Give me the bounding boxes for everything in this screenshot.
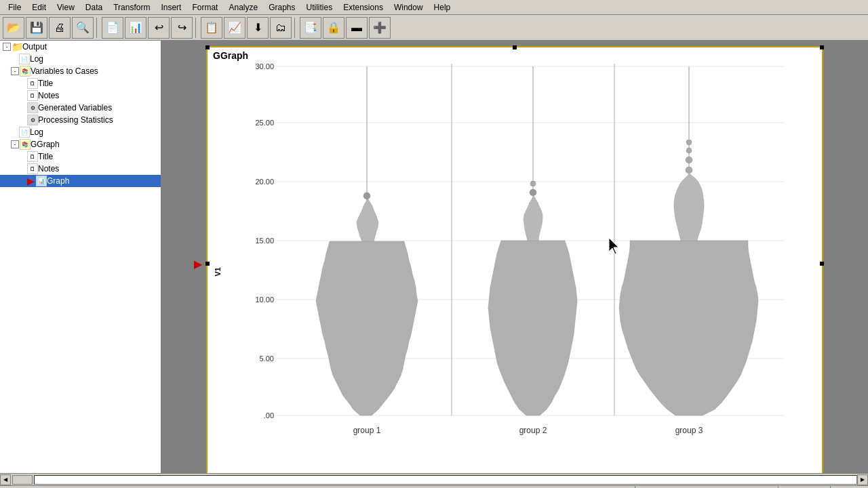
svg-marker-17 — [316, 241, 418, 415]
tb-btn10[interactable]: 🔒 — [323, 17, 344, 39]
toggle-ggraph[interactable]: - — [11, 140, 19, 148]
toolbar: 📂 💾 🖨 🔍 📄 📊 ↩ ↪ 📋 📈 ⬇ 🗂 📑 🔒 ▬ ➕ — [0, 15, 868, 41]
redo-button[interactable]: ↪ — [171, 17, 193, 39]
tree-title1[interactable]: 🗒 Title — [0, 77, 161, 89]
toggle-variables[interactable]: - — [11, 67, 19, 75]
tb-btn6[interactable]: 📈 — [224, 17, 245, 39]
svg-text:group 1: group 1 — [353, 426, 381, 435]
tree-ggraph[interactable]: - 📚 GGraph — [0, 138, 161, 150]
tree-processing-stat[interactable]: ⚙ Processing Statistics — [0, 114, 161, 126]
menu-insert[interactable]: Insert — [155, 1, 186, 14]
tree-variables[interactable]: - 📚 Variables to Cases — [0, 65, 161, 77]
tb-btn5[interactable]: 📋 — [201, 17, 222, 39]
toolbar-sep2 — [195, 18, 198, 38]
content-area: ▶ GGraph V1 30.00 25.00 20.00 — [161, 41, 868, 473]
svg-point-25 — [530, 181, 536, 186]
toolbar-sep1 — [96, 18, 99, 38]
tree-log2[interactable]: 📄 Log — [0, 126, 161, 138]
chart-title: GGraph — [208, 47, 822, 64]
toggle-output[interactable]: - — [3, 43, 11, 51]
menu-view[interactable]: View — [52, 1, 80, 14]
menu-file[interactable]: File — [3, 1, 26, 14]
svg-marker-28 — [619, 241, 758, 415]
tb-btn8[interactable]: 🗂 — [270, 17, 292, 39]
book-icon2: 📚 — [20, 139, 31, 150]
menu-format[interactable]: Format — [186, 1, 223, 14]
menu-data[interactable]: Data — [80, 1, 108, 14]
y-axis-label: V1 — [214, 267, 222, 276]
svg-point-24 — [530, 189, 536, 196]
svg-marker-18 — [357, 199, 378, 241]
menu-transform[interactable]: Transform — [108, 1, 155, 14]
svg-text:.00: .00 — [264, 411, 274, 420]
tree-variables-label: Variables to Cases — [31, 66, 98, 76]
svg-text:10.00: 10.00 — [255, 296, 274, 304]
tb-btn11[interactable]: ▬ — [346, 17, 368, 39]
tree-title2[interactable]: 🗒 Title — [0, 150, 161, 163]
svg-text:20.00: 20.00 — [255, 178, 274, 186]
print-button[interactable]: 🖨 — [49, 17, 71, 39]
menu-extensions[interactable]: Extensions — [338, 1, 389, 14]
note-icon3: 🗒 — [27, 151, 38, 162]
chart-button[interactable]: 📊 — [125, 17, 146, 39]
menu-window[interactable]: Window — [389, 1, 429, 14]
gear-icon2: ⚙ — [27, 115, 38, 125]
scroll-track — [34, 475, 857, 485]
menu-graphs[interactable]: Graphs — [263, 1, 300, 14]
svg-point-30 — [686, 167, 692, 174]
handle-tm — [513, 45, 517, 49]
menu-bar: File Edit View Data Transform Insert For… — [0, 0, 868, 15]
tb-btn7[interactable]: ⬇ — [247, 17, 269, 39]
tree-notes2[interactable]: 🗒 Notes — [0, 163, 161, 175]
svg-point-33 — [686, 140, 692, 145]
tree-graph-label: Graph — [47, 176, 69, 186]
folder-icon: 📁 — [12, 41, 22, 52]
note-icon4: 🗒 — [27, 163, 38, 174]
toolbar-sep3 — [294, 18, 297, 38]
chart-container[interactable]: ▶ GGraph V1 30.00 25.00 20.00 — [206, 46, 823, 473]
tree-output[interactable]: - 📁 Output — [0, 41, 161, 53]
horizontal-scrollbar[interactable]: ◀ ▶ — [0, 473, 868, 485]
note-icon1: 🗒 — [27, 78, 38, 89]
menu-edit[interactable]: Edit — [26, 1, 52, 14]
open-button[interactable]: 📂 — [3, 17, 24, 39]
svg-point-32 — [686, 148, 692, 153]
tb-btn12[interactable]: ➕ — [369, 17, 391, 39]
chart-icon: 📊 — [36, 176, 47, 186]
chart-svg: 30.00 25.00 20.00 15.00 10.00 5.00 — [248, 64, 804, 443]
menu-help[interactable]: Help — [429, 1, 456, 14]
handle-tl — [205, 45, 210, 49]
tree-generated-var[interactable]: ⚙ Generated Variables — [0, 102, 161, 114]
find-button[interactable]: 🔍 — [72, 17, 94, 39]
note-icon2: 🗒 — [27, 90, 38, 101]
undo-button[interactable]: ↩ — [148, 17, 170, 39]
scroll-thumb[interactable] — [12, 475, 33, 485]
status-bar: Double click to edit Chart IBM SPSS Stat… — [0, 485, 868, 488]
log-icon2: 📄 — [19, 127, 30, 138]
tree-processing-label: Processing Statistics — [38, 115, 113, 125]
svg-text:group 2: group 2 — [519, 426, 547, 435]
export-button[interactable]: 📄 — [102, 17, 123, 39]
svg-text:group 3: group 3 — [675, 426, 703, 435]
tree-graph[interactable]: ▶ 📊 Graph — [0, 175, 161, 187]
arrow-icon: ▶ — [27, 176, 35, 186]
svg-text:30.00: 30.00 — [255, 64, 274, 70]
tree-notes1[interactable]: 🗒 Notes — [0, 89, 161, 102]
menu-analyze[interactable]: Analyze — [223, 1, 263, 14]
log-icon: 📄 — [19, 54, 30, 64]
menu-utilities[interactable]: Utilities — [301, 1, 338, 14]
tree-title2-label: Title — [38, 152, 53, 161]
tb-btn9[interactable]: 📑 — [300, 17, 321, 39]
tree-log1[interactable]: 📄 Log — [0, 53, 161, 65]
tree-log2-label: Log — [30, 127, 43, 137]
scroll-left[interactable]: ◀ — [0, 474, 11, 485]
svg-text:5.00: 5.00 — [260, 354, 274, 363]
save-button[interactable]: 💾 — [26, 17, 47, 39]
svg-text:25.00: 25.00 — [255, 119, 274, 127]
svg-text:15.00: 15.00 — [255, 237, 274, 245]
tree-log1-label: Log — [30, 54, 43, 64]
handle-tr — [820, 45, 824, 49]
gear-icon1: ⚙ — [27, 102, 38, 113]
scroll-right[interactable]: ▶ — [857, 474, 868, 485]
tree-notes2-label: Notes — [38, 164, 59, 174]
